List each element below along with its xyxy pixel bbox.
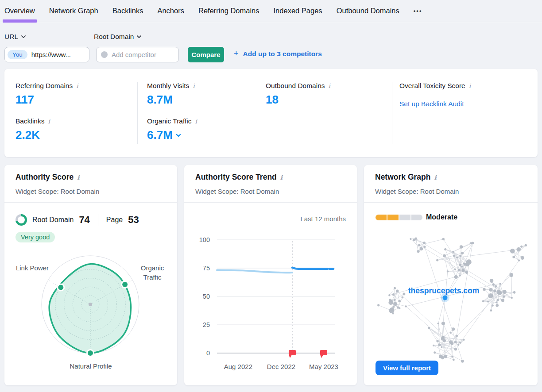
divider [392, 82, 392, 144]
network-center-domain-label[interactable]: thesprucepets.com [408, 286, 479, 295]
scope-label: Root Domain [94, 33, 134, 41]
plus-icon: + [234, 49, 239, 58]
svg-text:75: 75 [203, 265, 210, 272]
scope-dropdown[interactable]: Root Domain [94, 33, 141, 41]
report-tabs: OverviewNetwork GraphBacklinksAnchorsRef… [0, 0, 542, 22]
network-graph-card: Network Graphi Widget Scope: Root Domain… [364, 165, 538, 385]
view-full-report-button[interactable]: View full report [376, 361, 438, 375]
stat-column: Referring Domainsi117Backlinksi2.2K [15, 82, 78, 153]
page-score: 53 [128, 214, 139, 226]
stat-label: Organic Traffici [147, 117, 197, 125]
stat-label: Outbound Domainsi [266, 82, 330, 90]
score-donut-icon [15, 214, 27, 226]
add-competitors-link[interactable]: + Add up to 3 competitors [234, 49, 322, 58]
divider [137, 82, 138, 144]
svg-text:0: 0 [206, 350, 210, 357]
score-row: Root Domain 74 Page 53 [15, 214, 139, 226]
divider [364, 202, 538, 203]
stat-value: 18 [266, 93, 330, 107]
gauge-segment [387, 215, 399, 220]
radar-axis-link-power: Link Power [12, 263, 52, 273]
radar-axis-natural-profile: Natural Profile [46, 361, 135, 371]
stat-label: Monthly Visitsi [147, 82, 197, 90]
tab-indexed-pages[interactable]: Indexed Pages [274, 0, 322, 22]
network-risk-level: Moderate [426, 213, 457, 221]
url-type-dropdown[interactable]: URL [4, 33, 26, 41]
widget-scope: Widget Scope: Root Domain [195, 188, 279, 195]
url-type-label: URL [4, 33, 18, 41]
widget-scope: Widget Scope: Root Domain [375, 188, 459, 195]
your-domain-value: https://www... [31, 51, 71, 58]
tab-anchors[interactable]: Anchors [157, 0, 184, 22]
score-rating-badge: Very good [15, 232, 55, 242]
network-risk-gauge [376, 215, 422, 220]
divider [257, 82, 257, 144]
chevron-down-icon [137, 35, 141, 38]
info-icon[interactable]: i [329, 82, 330, 89]
stat-column: Monthly Visitsi8.7MOrganic Traffici6.7M [147, 82, 197, 153]
page-label: Page [106, 216, 123, 224]
svg-text:Aug 2022: Aug 2022 [224, 363, 252, 370]
stat-label: Backlinksi [15, 117, 78, 125]
tab-referring-domains[interactable]: Referring Domains [198, 0, 259, 22]
svg-text:Dec 2022: Dec 2022 [267, 363, 295, 370]
network-graph-visualization: thesprucepets.com [364, 227, 538, 383]
stat-value: 117 [15, 93, 78, 107]
authority-score-card: Authority Scorei Widget Scope: Root Doma… [4, 165, 177, 385]
toxicity-column: Overall Toxicity Scorei Set up Backlink … [399, 82, 471, 108]
info-icon[interactable]: i [434, 174, 436, 181]
tab-network-graph[interactable]: Network Graph [49, 0, 98, 22]
radar-axis-organic-traffic: Organic Traffic [132, 263, 173, 282]
tab-overview[interactable]: Overview [4, 0, 35, 22]
summary-metrics-card: Referring Domainsi117Backlinksi2.2K Mont… [4, 69, 538, 157]
stat-value: 8.7M [147, 93, 197, 107]
card-title: Authority Scorei [15, 173, 80, 182]
more-tabs-button[interactable]: ••• [414, 0, 422, 22]
competitor-color-dot-icon [101, 51, 108, 58]
toxicity-label: Overall Toxicity Scorei [399, 82, 471, 90]
add-competitor-input[interactable]: Add competitor [96, 47, 179, 62]
info-icon[interactable]: i [195, 118, 197, 125]
svg-text:May 2023: May 2023 [309, 363, 338, 370]
divider [4, 202, 177, 203]
svg-text:25: 25 [203, 321, 210, 328]
card-title: Network Graphi [375, 173, 437, 182]
svg-text:50: 50 [203, 293, 210, 300]
chevron-down-icon [176, 134, 181, 137]
root-domain-label: Root Domain [32, 216, 74, 224]
stat-column: Outbound Domainsi18 [266, 82, 330, 117]
info-icon[interactable]: i [469, 82, 471, 89]
chevron-down-icon [21, 35, 26, 38]
info-icon[interactable]: i [280, 174, 283, 181]
competitor-placeholder: Add competitor [112, 51, 156, 58]
card-title: Authority Score Trendi [195, 173, 283, 182]
info-icon[interactable]: i [76, 82, 78, 89]
widget-scope: Widget Scope: Root Domain [15, 188, 99, 195]
setup-backlink-audit-link[interactable]: Set up Backlink Audit [399, 100, 464, 108]
stat-label: Referring Domainsi [15, 82, 78, 90]
svg-text:100: 100 [199, 236, 210, 243]
tab-outbound-domains[interactable]: Outbound Domains [337, 0, 399, 22]
authority-trend-chart: 1007550250Aug 2022Dec 2022May 2023 [184, 202, 357, 385]
stat-value: 2.2K [15, 128, 78, 142]
root-domain-score: 74 [79, 214, 89, 226]
gauge-segment [376, 215, 387, 220]
compare-button[interactable]: Compare [188, 47, 224, 62]
gauge-segment [399, 215, 410, 220]
add-competitors-label: Add up to 3 competitors [243, 50, 322, 58]
divider [98, 214, 98, 226]
authority-score-trend-card: Authority Score Trendi Widget Scope: Roo… [184, 165, 357, 385]
your-domain-input[interactable]: You https://www... [4, 47, 89, 62]
info-icon[interactable]: i [77, 174, 79, 181]
tab-backlinks[interactable]: Backlinks [112, 0, 143, 22]
stat-value[interactable]: 6.7M [147, 128, 197, 142]
info-icon[interactable]: i [48, 118, 50, 125]
you-badge: You [8, 50, 27, 59]
gauge-segment [411, 215, 422, 220]
info-icon[interactable]: i [193, 82, 194, 89]
